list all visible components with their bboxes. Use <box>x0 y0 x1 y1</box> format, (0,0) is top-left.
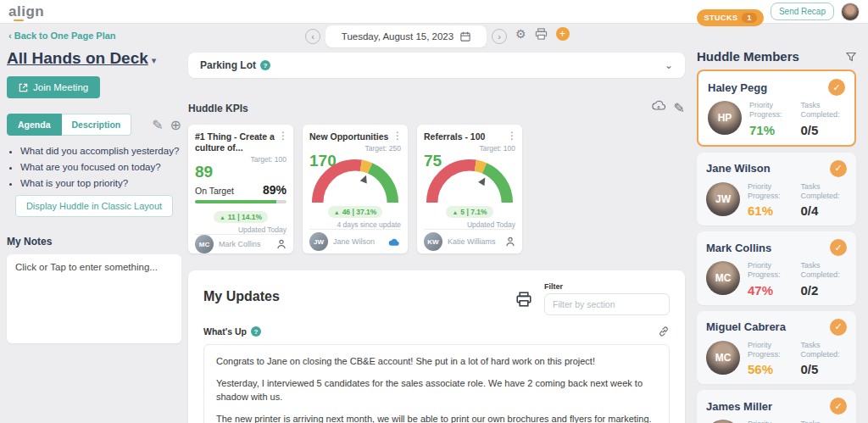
classic-layout-button[interactable]: Display Huddle in Classic Layout <box>15 195 173 217</box>
member-name: Jane Wilson <box>706 162 771 175</box>
chevron-down-icon[interactable]: ⌄ <box>665 59 673 71</box>
tasks-completed-label: Tasks Completed: <box>801 341 848 360</box>
align-logo: align <box>8 3 44 20</box>
person-icon[interactable] <box>505 237 515 247</box>
priority-progress-value: 61% <box>748 203 794 218</box>
kpi-card-1-thing[interactable]: ⋮ #1 Thing - Create a culture of... Targ… <box>188 125 293 253</box>
delta-up-icon <box>334 208 340 216</box>
kpi-card-new-opportunities[interactable]: ⋮ New Opportunities Target: 250 170 46 |… <box>303 125 408 253</box>
member-avatar: MC <box>706 261 740 295</box>
tab-agenda[interactable]: Agenda <box>7 114 62 136</box>
filter-funnel-icon[interactable] <box>846 52 856 62</box>
member-avatar: JM <box>706 420 740 423</box>
owner-name: Jane Wilson <box>333 237 375 246</box>
previous-day-button[interactable]: ‹ <box>305 29 320 44</box>
send-recap-button[interactable]: Send Recap <box>771 3 834 20</box>
add-button[interactable]: + <box>556 27 570 41</box>
cloud-sync-icon[interactable] <box>652 100 665 111</box>
kpi-gauge <box>311 157 399 204</box>
member-name: Mark Collins <box>706 242 771 254</box>
kpi-delta-badge: 5 | 7.1% <box>446 206 492 218</box>
kpi-title: New Opportunities <box>309 131 401 142</box>
kpi-delta-badge: 11 | 14.1% <box>214 211 268 223</box>
tasks-completed-value: 0/4 <box>801 203 848 218</box>
my-notes-title: My Notes <box>7 236 181 248</box>
priority-progress-value: 56% <box>748 362 794 376</box>
top-bar: align STUCKS 1 Send Recap <box>0 0 868 24</box>
launch-icon <box>19 83 28 92</box>
kpi-updated-text: Updated Today <box>424 220 515 229</box>
tasks-completed-value: 0/2 <box>801 283 848 298</box>
back-to-one-page-plan-link[interactable]: ‹ Back to One Page Plan <box>8 31 116 41</box>
chevron-left-icon: ‹ <box>8 31 12 41</box>
kpi-card-referrals[interactable]: ⋮ Referrals - 100 Target: 100 75 5 | 7.1… <box>417 125 522 253</box>
title-caret-icon[interactable]: ▾ <box>152 55 157 65</box>
check-circle-icon[interactable]: ✓ <box>830 319 847 336</box>
kpi-delta-badge: 46 | 37.1% <box>328 206 383 218</box>
tasks-completed-value: 0/5 <box>801 123 846 137</box>
check-circle-icon[interactable]: ✓ <box>830 398 847 415</box>
owner-avatar: JW <box>309 232 328 251</box>
next-day-button[interactable]: › <box>492 29 507 44</box>
stucks-label: STUCKS <box>704 14 737 22</box>
link-icon[interactable] <box>658 326 670 337</box>
whats-up-editor[interactable]: Congrats to Jane on closing the CB&E acc… <box>203 344 670 423</box>
delta-up-icon <box>452 208 458 216</box>
person-icon[interactable] <box>276 239 287 249</box>
parking-lot-accordion[interactable]: Parking Lot ? ⌄ <box>188 53 685 78</box>
member-card-james-miller[interactable]: James Miller ✓ JM Priority Progress: Tas… <box>697 390 856 423</box>
member-name: James Miller <box>706 400 772 413</box>
edit-kpis-pencil-icon[interactable]: ✎ <box>674 100 685 116</box>
join-meeting-button[interactable]: Join Meeting <box>7 76 100 98</box>
check-circle-icon[interactable]: ✓ <box>830 160 847 177</box>
owner-name: Katie Williams <box>448 237 496 246</box>
member-name: Miguel Cabrera <box>706 320 786 333</box>
gauge-needle <box>360 174 370 183</box>
print-updates-icon[interactable] <box>515 292 532 307</box>
gauge-needle <box>478 175 488 186</box>
huddle-members-panel: Huddle Members Haley Pegg ✓ HP Priority … <box>697 49 856 423</box>
update-paragraph: Congrats to Jane on closing the CB&E acc… <box>216 355 657 369</box>
settings-gear-icon[interactable]: ⚙ <box>515 28 526 40</box>
help-icon[interactable]: ? <box>260 60 270 70</box>
agenda-item: What is your top priority? <box>20 178 181 188</box>
delta-up-icon <box>220 213 225 221</box>
kebab-menu-icon[interactable]: ⋮ <box>392 130 403 142</box>
tasks-completed-value: 0/5 <box>801 362 848 376</box>
stucks-badge[interactable]: STUCKS 1 <box>697 9 764 26</box>
kebab-menu-icon[interactable]: ⋮ <box>278 130 288 142</box>
priority-progress-value: 71% <box>749 123 794 137</box>
salesforce-cloud-icon[interactable] <box>388 237 401 247</box>
member-card-mark-collins[interactable]: Mark Collins ✓ MC Priority Progress: 47%… <box>697 231 856 305</box>
my-notes-input[interactable]: Click or Tap to enter something... <box>7 254 181 343</box>
kpi-title: #1 Thing - Create a culture of... <box>195 131 287 153</box>
member-card-miguel-cabrera[interactable]: Miguel Cabrera ✓ MC Priority Progress: 5… <box>697 311 856 385</box>
member-card-jane-wilson[interactable]: Jane Wilson ✓ JW Priority Progress: 61% … <box>697 153 856 226</box>
member-avatar: JW <box>706 182 740 216</box>
date-text: Tuesday, August 15, 2023 <box>342 31 453 42</box>
tasks-completed-label: Tasks Completed: <box>801 182 848 202</box>
kpi-updated-text: 4 days since update <box>309 220 401 229</box>
add-agenda-item-icon[interactable]: ⊕ <box>170 117 181 133</box>
tab-description[interactable]: Description <box>62 114 132 136</box>
filter-by-section-input[interactable] <box>544 293 670 315</box>
member-card-haley-pegg[interactable]: Haley Pegg ✓ HP Priority Progress: 71% T… <box>697 70 856 147</box>
date-picker[interactable]: Tuesday, August 15, 2023 <box>326 25 487 47</box>
tasks-completed-label: Tasks Completed: <box>801 101 846 120</box>
priority-progress-label: Priority Progress: <box>748 261 794 281</box>
kpi-title: Referrals - 100 <box>424 131 515 142</box>
check-circle-icon[interactable]: ✓ <box>830 239 847 256</box>
kebab-menu-icon[interactable]: ⋮ <box>507 130 517 142</box>
edit-agenda-pencil-icon[interactable]: ✎ <box>152 117 163 133</box>
priority-progress-label: Priority Progress: <box>748 341 794 360</box>
user-avatar[interactable] <box>841 3 860 21</box>
update-paragraph: Yesterday, I interviewed 5 candidates fo… <box>216 377 657 404</box>
left-sidebar: All Hands on Deck▾ Join Meeting Agenda D… <box>7 49 181 343</box>
help-icon[interactable]: ? <box>251 326 261 337</box>
huddle-title[interactable]: All Hands on Deck <box>7 49 148 67</box>
my-updates-title: My Updates <box>203 289 280 304</box>
tasks-completed-label: Tasks Completed: <box>801 420 848 423</box>
print-icon[interactable] <box>535 28 548 40</box>
check-circle-icon[interactable]: ✓ <box>828 79 845 96</box>
priority-progress-label: Priority Progress: <box>749 101 794 120</box>
